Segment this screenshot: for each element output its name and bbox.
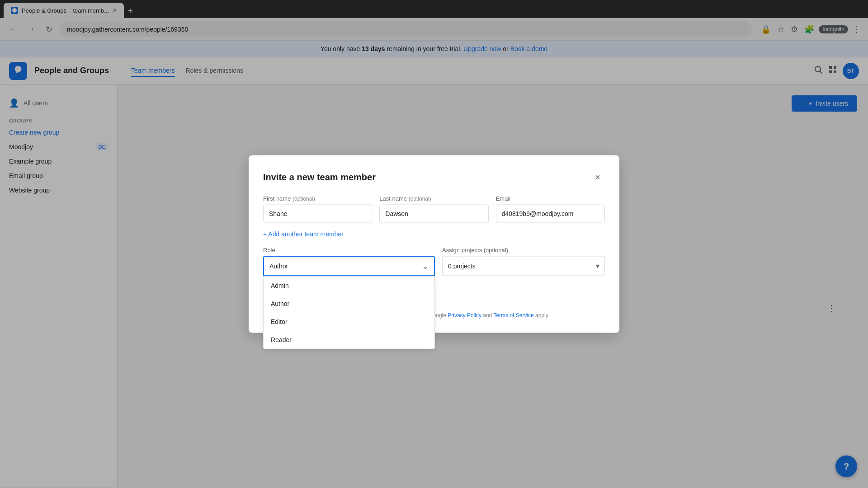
modal-title: Invite a new team member bbox=[263, 172, 376, 182]
role-option-admin[interactable]: Admin bbox=[264, 277, 434, 295]
modal-header: Invite a new team member × bbox=[263, 170, 605, 184]
role-label: Role bbox=[263, 247, 435, 253]
dropdown-chevron-icon: ⌄ bbox=[422, 261, 429, 271]
role-dropdown: Admin Author Editor Reader bbox=[263, 276, 435, 349]
role-option-author[interactable]: Author bbox=[264, 295, 434, 313]
email-group: Email bbox=[496, 195, 605, 223]
projects-select-wrapper: 0 projects bbox=[442, 256, 605, 276]
projects-group: Assign projects (optional) 0 projects bbox=[442, 247, 605, 276]
last-name-group: Last name (optional) bbox=[379, 195, 488, 223]
role-group: Role Author ⌄ Admin Author Editor Reader bbox=[263, 247, 435, 276]
assign-projects-label: Assign projects (optional) bbox=[442, 247, 605, 253]
invite-modal: Invite a new team member × First name (o… bbox=[249, 155, 619, 333]
name-fields-row: First name (optional) Last name (optiona… bbox=[263, 195, 605, 223]
first-name-label: First name (optional) bbox=[263, 195, 372, 202]
role-select-wrapper: Author ⌄ Admin Author Editor Reader bbox=[263, 256, 435, 276]
role-select-box[interactable]: Author ⌄ bbox=[263, 256, 435, 276]
modal-close-button[interactable]: × bbox=[590, 170, 605, 184]
first-name-input[interactable] bbox=[263, 205, 372, 223]
footer-and: and bbox=[481, 312, 493, 319]
add-another-member-link[interactable]: + Add another team member bbox=[263, 230, 344, 238]
email-label: Email bbox=[496, 195, 605, 202]
last-name-input[interactable] bbox=[379, 205, 488, 223]
role-selected-value: Author bbox=[269, 263, 288, 270]
email-input[interactable] bbox=[496, 205, 605, 223]
last-name-label: Last name (optional) bbox=[379, 195, 488, 202]
footer-text-after: apply. bbox=[534, 312, 549, 319]
role-option-editor[interactable]: Editor bbox=[264, 313, 434, 331]
projects-select[interactable]: 0 projects bbox=[442, 256, 605, 276]
role-projects-section: Role Author ⌄ Admin Author Editor Reader… bbox=[263, 247, 605, 276]
role-option-reader[interactable]: Reader bbox=[264, 331, 434, 349]
terms-of-service-link[interactable]: Terms of Service bbox=[493, 312, 533, 319]
privacy-policy-link[interactable]: Privacy Policy bbox=[448, 312, 481, 319]
first-name-group: First name (optional) bbox=[263, 195, 372, 223]
